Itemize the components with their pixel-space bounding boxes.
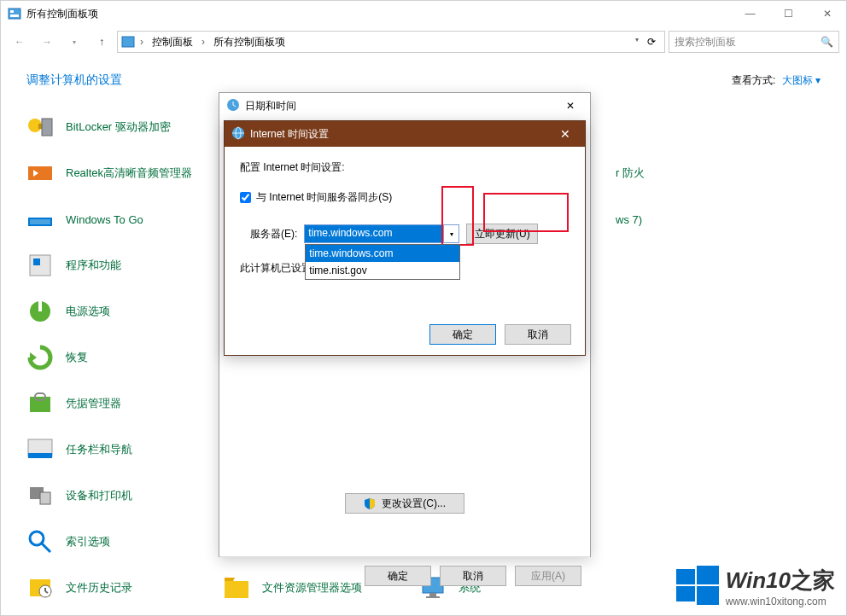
- svg-point-22: [30, 532, 44, 545]
- filehistory-icon: [26, 574, 54, 601]
- up-button[interactable]: ↑: [90, 30, 114, 54]
- history-dropdown[interactable]: ▾: [62, 30, 86, 54]
- cp-item-recovery[interactable]: 恢复: [26, 344, 223, 371]
- forward-button[interactable]: →: [35, 30, 59, 54]
- svg-rect-1: [10, 10, 14, 13]
- realtek-icon: [26, 160, 54, 187]
- recovery-icon: [26, 344, 54, 371]
- watermark: Win10之家 www.win10xitong.com: [676, 564, 835, 609]
- search-icon: 🔍: [821, 36, 833, 48]
- svg-rect-6: [42, 119, 52, 136]
- control-panel-icon: [8, 7, 21, 20]
- taskbar-icon: [26, 436, 54, 463]
- path-icon: [121, 35, 135, 49]
- cp-item-power[interactable]: 电源选项: [26, 298, 223, 325]
- close-button[interactable]: ✕: [808, 1, 846, 26]
- globe-icon: [231, 126, 245, 142]
- server-option[interactable]: time.nist.gov: [306, 262, 459, 279]
- svg-rect-40: [697, 566, 719, 584]
- cp-item-bitlocker[interactable]: BitLocker 驱动器加密: [26, 113, 223, 141]
- window-controls: — ☐ ✕: [731, 1, 846, 26]
- change-settings-button[interactable]: 更改设置(C)...: [345, 493, 464, 514]
- view-mode-link[interactable]: 大图标 ▾: [782, 74, 821, 86]
- svg-rect-19: [28, 453, 52, 458]
- datetime-titlebar[interactable]: 日期和时间 ✕: [219, 93, 590, 119]
- clock-icon: [226, 98, 240, 114]
- maximize-button[interactable]: ☐: [769, 1, 808, 26]
- cp-item-firewall[interactable]: r 防火: [616, 160, 812, 187]
- datetime-cancel-button[interactable]: 取消: [440, 566, 506, 586]
- cp-item-wintogo[interactable]: Windows To Go: [26, 206, 223, 233]
- update-now-button[interactable]: 立即更新(U): [466, 224, 538, 244]
- svg-rect-41: [676, 586, 695, 601]
- svg-rect-32: [426, 596, 440, 598]
- its-titlebar[interactable]: Internet 时间设置 ✕: [225, 121, 585, 147]
- its-close-button[interactable]: ✕: [552, 127, 578, 141]
- nav-bar: ← → ▾ ↑ › 控制面板 › 所有控制面板项 ▾ ⟳ 搜索控制面板 🔍: [1, 26, 846, 57]
- wintogo-icon: [26, 206, 54, 233]
- internet-time-dialog: Internet 时间设置 ✕ 配置 Internet 时间设置: 与 Inte…: [224, 120, 586, 356]
- watermark-url: www.win10xitong.com: [726, 596, 835, 607]
- svg-rect-39: [676, 569, 695, 584]
- credentials-icon: [26, 390, 54, 417]
- server-value: time.windows.com: [305, 225, 443, 242]
- indexing-icon: [26, 528, 54, 555]
- cp-item-credentials[interactable]: 凭据管理器: [26, 390, 223, 417]
- cp-item-filehistory[interactable]: 文件历史记录: [26, 574, 223, 601]
- window-title: 所有控制面板项: [26, 7, 731, 21]
- svg-rect-2: [10, 15, 19, 17]
- programs-icon: [26, 252, 54, 279]
- svg-rect-0: [9, 9, 20, 19]
- chevron-down-icon[interactable]: ▾: [443, 225, 459, 242]
- watermark-brand: Win10之家: [726, 566, 835, 596]
- its-title: Internet 时间设置: [250, 127, 329, 142]
- its-description: 配置 Internet 时间设置:: [240, 160, 570, 175]
- power-icon: [26, 298, 54, 325]
- cp-item-taskbar[interactable]: 任务栏和导航: [26, 436, 223, 463]
- cp-item-devices[interactable]: 设备和打印机: [26, 482, 223, 509]
- devices-icon: [26, 482, 54, 509]
- breadcrumb-root[interactable]: 控制面板: [149, 33, 196, 51]
- svg-rect-3: [122, 37, 134, 47]
- svg-line-23: [42, 543, 50, 552]
- chevron-right-icon: ›: [137, 36, 147, 48]
- sync-checkbox[interactable]: [240, 192, 251, 203]
- svg-rect-14: [38, 301, 42, 311]
- its-cancel-button[interactable]: 取消: [505, 324, 571, 345]
- bitlocker-icon: [26, 113, 54, 141]
- search-placeholder: 搜索控制面板: [675, 35, 736, 49]
- cp-item-programs[interactable]: 程序和功能: [26, 252, 223, 279]
- datetime-close-button[interactable]: ✕: [558, 100, 583, 112]
- address-bar[interactable]: › 控制面板 › 所有控制面板项 ▾ ⟳: [117, 31, 665, 53]
- server-dropdown: time.windows.com time.nist.gov: [305, 244, 460, 280]
- svg-rect-42: [697, 586, 719, 605]
- back-button[interactable]: ←: [8, 30, 32, 54]
- svg-rect-21: [40, 492, 50, 504]
- svg-rect-10: [30, 219, 50, 224]
- breadcrumb-current[interactable]: 所有控制面板项: [210, 33, 289, 51]
- path-dropdown-icon[interactable]: ▾: [632, 36, 642, 48]
- cp-item-win7[interactable]: ws 7): [616, 206, 812, 233]
- server-option[interactable]: time.windows.com: [306, 245, 459, 262]
- search-input[interactable]: 搜索控制面板 🔍: [669, 31, 839, 53]
- windows-logo-icon: [676, 564, 719, 609]
- chevron-right-icon: ›: [198, 36, 208, 48]
- cp-item-indexing[interactable]: 索引选项: [26, 528, 223, 555]
- titlebar: 所有控制面板项 — ☐ ✕: [1, 1, 846, 26]
- refresh-icon[interactable]: ⟳: [642, 36, 661, 48]
- svg-rect-7: [28, 166, 52, 180]
- its-ok-button[interactable]: 确定: [429, 324, 496, 345]
- page-title: 调整计算机的设置: [26, 73, 122, 88]
- datetime-ok-button[interactable]: 确定: [365, 566, 431, 586]
- shield-icon: [364, 497, 376, 509]
- datetime-apply-button[interactable]: 应用(A): [515, 566, 581, 586]
- view-mode: 查看方式: 大图标 ▾: [732, 73, 821, 88]
- minimize-button[interactable]: —: [731, 1, 769, 26]
- svg-marker-15: [30, 352, 37, 363]
- svg-rect-12: [33, 259, 40, 265]
- cp-item-realtek[interactable]: Realtek高清晰音频管理器: [26, 160, 223, 187]
- server-label: 服务器(E):: [250, 227, 297, 241]
- server-combobox[interactable]: time.windows.com ▾ time.windows.com time…: [304, 224, 459, 243]
- datetime-title: 日期和时间: [245, 99, 296, 113]
- sync-checkbox-label: 与 Internet 时间服务器同步(S): [256, 190, 392, 205]
